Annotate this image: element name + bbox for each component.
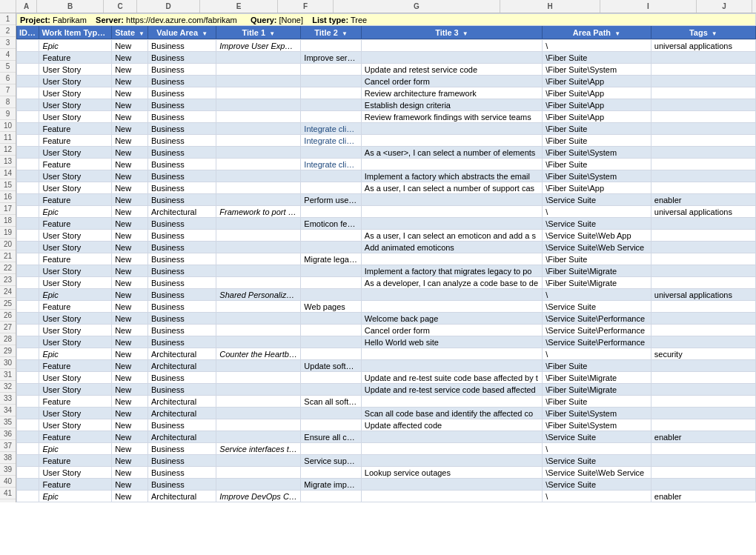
table-cell: Business (148, 313, 216, 325)
table-cell: Improve service operations (301, 52, 361, 64)
table-cell: Business (148, 170, 216, 182)
table-cell (17, 313, 39, 325)
table-cell (17, 336, 39, 348)
table-cell: Integrate client application with popula… (301, 159, 361, 170)
table-cell: enabler (651, 431, 755, 443)
table-cell (17, 360, 39, 372)
table-cell: \Fiber Suite\App (543, 87, 651, 99)
table-cell: Business (148, 467, 216, 479)
table-cell (651, 52, 755, 64)
table-cell: User Story (39, 147, 112, 159)
table-cell (17, 182, 39, 194)
table-row: User StoryNewBusinessCancel order form\S… (17, 325, 756, 336)
row-num-32: 32 (0, 381, 16, 393)
row-num-7: 7 (0, 84, 16, 96)
row-num-26: 26 (0, 310, 16, 322)
table-cell (17, 64, 39, 76)
th-areapath[interactable]: Area Path ▼ (543, 26, 651, 39)
corner-cell (0, 0, 16, 13)
table-cell: Cancel order form (361, 76, 542, 87)
table-cell: Architectural (148, 348, 216, 360)
table-cell: Migrate impact of low coverage areas (301, 479, 361, 491)
table-cell: User Story (39, 372, 112, 384)
table-cell: Counter the Heartbleed web security bug (216, 348, 301, 360)
table-cell (216, 182, 301, 194)
table-cell (17, 265, 39, 277)
table-cell: User Story (39, 230, 112, 242)
table-cell: Business (148, 135, 216, 147)
table-cell: Feature (39, 360, 112, 372)
table-cell: \Fiber Suite\Migrate (543, 265, 651, 277)
row-num-24: 24 (0, 286, 16, 298)
table-cell (17, 348, 39, 360)
table-cell: New (112, 64, 148, 76)
table-cell (17, 289, 39, 301)
table-cell (651, 336, 755, 348)
table-cell: New (112, 372, 148, 384)
th-state[interactable]: State ▼ (112, 26, 148, 39)
table-row: EpicNewArchitecturalFramework to port ap… (17, 206, 756, 218)
table-cell: New (112, 87, 148, 99)
table-cell (301, 147, 361, 159)
table-cell (301, 336, 361, 348)
table-cell (651, 135, 755, 147)
table-cell: Scan all software for the Open SLL crypt… (301, 396, 361, 408)
row-numbers: 1 2 3 4 5 6 7 8 9 10 11 12 13 14 15 16 1… (0, 13, 16, 502)
table-cell: User Story (39, 336, 112, 348)
table-cell (361, 289, 542, 301)
table-cell (216, 242, 301, 253)
table-cell (216, 170, 301, 182)
table-cell: New (112, 242, 148, 253)
th-id[interactable]: ID ▼ (17, 26, 39, 39)
col-letter-c: C (104, 0, 137, 13)
table-cell (651, 230, 755, 242)
table-cell: Architectural (148, 360, 216, 372)
table-cell (301, 111, 361, 123)
table-row: EpicNewBusinessService interfaces to sup… (17, 443, 756, 455)
table-cell: New (112, 170, 148, 182)
table-cell: User Story (39, 277, 112, 289)
table-cell: User Story (39, 111, 112, 123)
table-row: User StoryNewArchitecturalScan all code … (17, 408, 756, 419)
table-cell: New (112, 159, 148, 170)
table-cell: Feature (39, 253, 112, 265)
query-label: Query: (251, 16, 276, 24)
table-cell (361, 40, 542, 52)
row-num-25: 25 (0, 298, 16, 310)
table-cell (216, 230, 301, 242)
table-cell (301, 277, 361, 289)
table-cell: \Fiber Suite\App (543, 111, 651, 123)
row-num-3: 3 (0, 37, 16, 49)
th-workitemtype[interactable]: Work Item Type ▼ (39, 26, 112, 39)
table-cell (216, 147, 301, 159)
table-cell: \ (543, 206, 651, 218)
table-cell (361, 194, 542, 206)
th-title2[interactable]: Title 2 ▼ (301, 26, 361, 39)
th-valuearea[interactable]: Value Area ▼ (148, 26, 216, 39)
th-tags[interactable]: Tags ▼ (651, 26, 755, 39)
table-cell (301, 265, 361, 277)
table-cell: \Service Suite\Web App (543, 230, 651, 242)
table-cell: New (112, 396, 148, 408)
th-title3[interactable]: Title 3 ▼ (361, 26, 542, 39)
query-value: [None] (279, 16, 313, 24)
row-num-41: 41 (0, 488, 16, 499)
table-cell (301, 182, 361, 194)
table-cell (651, 313, 755, 325)
table-cell: New (112, 135, 148, 147)
th-title1[interactable]: Title 1 ▼ (216, 26, 301, 39)
table-cell (17, 230, 39, 242)
table-cell (17, 206, 39, 218)
table-cell (651, 123, 755, 135)
table-row: FeatureNewBusinessPerform user studies t… (17, 194, 756, 206)
table-cell (17, 479, 39, 491)
table-row: FeatureNewArchitecturalUpdate software t… (17, 360, 756, 372)
table-row: User StoryNewBusinessReview framework fi… (17, 111, 756, 123)
table-cell: New (112, 123, 148, 135)
table-cell: \Service Suite\Performance (543, 325, 651, 336)
table-cell: User Story (39, 64, 112, 76)
table-cell (301, 408, 361, 419)
table-cell (17, 301, 39, 313)
table-cell: New (112, 360, 148, 372)
table-cell: Epic (39, 348, 112, 360)
